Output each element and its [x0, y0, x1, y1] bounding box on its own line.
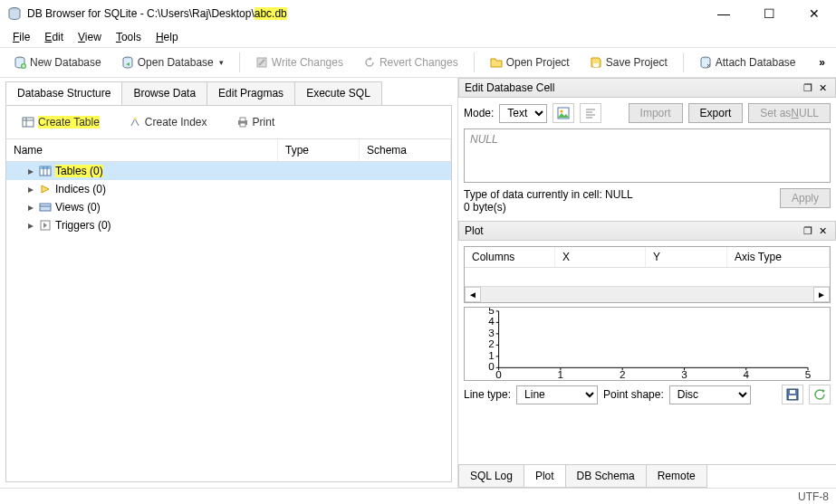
svg-text:5: 5: [488, 308, 495, 316]
menu-help[interactable]: Help: [150, 29, 184, 45]
write-changes-button[interactable]: Write Changes: [247, 52, 351, 73]
plot-header-y[interactable]: Y: [646, 247, 727, 267]
minimize-button[interactable]: —: [709, 6, 738, 21]
line-type-label: Line type:: [464, 388, 511, 401]
tree-item[interactable]: ▸Triggers (0): [6, 216, 451, 234]
svg-text:0: 0: [488, 360, 495, 372]
tab-body: Create Table Create Index Print Name Typ…: [5, 105, 452, 482]
menubar: File Edit View Tools Help: [0, 27, 836, 47]
btab-plot[interactable]: Plot: [524, 465, 566, 488]
new-database-button[interactable]: New Database: [5, 52, 110, 73]
toolbar-overflow[interactable]: »: [813, 56, 831, 69]
svg-text:1: 1: [558, 368, 564, 380]
menu-view[interactable]: View: [72, 29, 107, 45]
refresh-plot-button[interactable]: [809, 385, 831, 404]
svg-rect-5: [593, 63, 599, 67]
set-null-button[interactable]: Set as NULL: [748, 103, 831, 123]
svg-rect-13: [240, 123, 245, 127]
plot-header-columns[interactable]: Columns: [465, 247, 555, 267]
tree-item[interactable]: ▸Tables (0): [6, 162, 451, 180]
encoding-label: UTF-8: [798, 490, 829, 503]
create-index-button[interactable]: Create Index: [120, 111, 216, 133]
text-align-button[interactable]: [580, 103, 601, 123]
tab-browse-data[interactable]: Browse Data: [121, 81, 207, 105]
open-database-icon: [121, 56, 134, 69]
right-pane: Edit Database Cell ❐ ✕ Mode: Text Import…: [458, 78, 836, 488]
tab-database-structure[interactable]: Database Structure: [5, 81, 122, 105]
cell-size-info: 0 byte(s): [464, 201, 774, 214]
svg-text:1: 1: [488, 349, 495, 361]
svg-text:5: 5: [805, 368, 812, 380]
maximize-button[interactable]: ☐: [754, 6, 783, 21]
open-project-button[interactable]: Open Project: [482, 52, 578, 73]
btab-db-schema[interactable]: DB Schema: [565, 465, 647, 488]
expand-toggle[interactable]: ▸: [26, 165, 35, 177]
panel-close-button[interactable]: ✕: [815, 82, 830, 94]
scroll-left-button[interactable]: ◄: [465, 287, 481, 302]
menu-tools[interactable]: Tools: [111, 29, 147, 45]
cell-content-area[interactable]: NULL: [464, 128, 831, 183]
scroll-right-button[interactable]: ►: [813, 287, 830, 302]
scroll-track[interactable]: [481, 287, 813, 302]
tree-item-label: Indices (0): [55, 183, 106, 195]
line-type-select[interactable]: Line: [516, 385, 598, 404]
panel-undock-button[interactable]: ❐: [801, 82, 815, 94]
column-schema[interactable]: Schema: [360, 139, 451, 161]
point-shape-label: Point shape:: [603, 388, 664, 401]
main-tabs: Database Structure Browse Data Edit Prag…: [0, 78, 457, 105]
import-button[interactable]: Import: [629, 103, 683, 123]
column-type[interactable]: Type: [278, 139, 360, 161]
dropdown-arrow-icon[interactable]: ▾: [219, 58, 224, 67]
index-icon: [39, 183, 52, 195]
plot-panel: Columns X Y Axis Type ◄ ► 012345012345 L…: [458, 242, 836, 464]
svg-point-10: [133, 118, 136, 120]
export-button[interactable]: Export: [688, 103, 744, 123]
save-project-button[interactable]: Save Project: [581, 52, 676, 73]
image-mode-button[interactable]: [553, 103, 574, 123]
save-plot-button[interactable]: [782, 385, 803, 404]
open-database-button[interactable]: Open Database ▾: [113, 52, 232, 73]
print-icon: [236, 116, 249, 128]
svg-rect-18: [40, 204, 51, 211]
tree-item[interactable]: ▸Indices (0): [6, 180, 451, 198]
print-button[interactable]: Print: [228, 111, 283, 133]
point-shape-select[interactable]: Disc: [669, 385, 751, 404]
structure-toolbar: Create Table Create Index Print: [6, 106, 451, 138]
new-database-icon: [14, 56, 26, 69]
apply-button[interactable]: Apply: [780, 188, 831, 208]
column-name[interactable]: Name: [6, 139, 278, 161]
svg-text:2: 2: [488, 338, 495, 349]
attach-database-button[interactable]: Attach Database: [691, 52, 804, 73]
create-table-icon: [22, 116, 34, 128]
plot-header-x[interactable]: X: [555, 247, 646, 267]
btab-sql-log[interactable]: SQL Log: [458, 465, 524, 488]
plot-undock-button[interactable]: ❐: [801, 225, 815, 237]
tree-item[interactable]: ▸Views (0): [6, 198, 451, 216]
trigger-icon: [39, 219, 52, 232]
close-button[interactable]: ✕: [800, 6, 829, 21]
expand-toggle[interactable]: ▸: [26, 183, 35, 195]
menu-file[interactable]: File: [7, 29, 35, 45]
create-table-button[interactable]: Create Table: [14, 111, 108, 133]
tab-edit-pragmas[interactable]: Edit Pragmas: [207, 81, 295, 105]
plot-header-axis-type[interactable]: Axis Type: [727, 247, 830, 267]
revert-changes-icon: [363, 56, 376, 69]
btab-remote[interactable]: Remote: [646, 465, 707, 488]
revert-changes-button[interactable]: Revert Changes: [355, 52, 466, 73]
schema-tree[interactable]: ▸Tables (0)▸Indices (0)▸Views (0)▸Trigge…: [6, 162, 451, 481]
titlebar: DB Browser for SQLite - C:\Users\Raj\Des…: [0, 0, 836, 27]
tab-execute-sql[interactable]: Execute SQL: [294, 81, 382, 105]
svg-rect-7: [23, 118, 34, 127]
plot-close-button[interactable]: ✕: [815, 225, 830, 237]
mode-select[interactable]: Text: [499, 104, 547, 123]
menu-edit[interactable]: Edit: [39, 29, 69, 45]
mode-label: Mode:: [464, 107, 494, 119]
svg-text:3: 3: [488, 327, 495, 338]
plot-chart[interactable]: 012345012345: [464, 307, 831, 381]
statusbar: UTF-8: [0, 488, 836, 504]
write-changes-icon: [255, 56, 268, 69]
expand-toggle[interactable]: ▸: [26, 201, 35, 214]
expand-toggle[interactable]: ▸: [26, 219, 35, 232]
svg-rect-15: [40, 166, 51, 169]
table-icon: [39, 165, 52, 177]
